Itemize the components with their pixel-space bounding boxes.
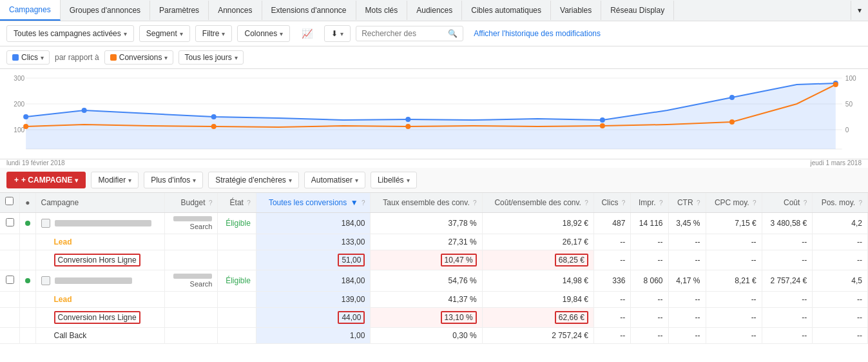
clics-pill[interactable]: Clics ▾ — [6, 50, 50, 65]
row-checkbox[interactable] — [6, 276, 14, 284]
campaign-name-cell[interactable] — [35, 212, 165, 234]
download-icon: ⬇ — [331, 29, 338, 38]
cb-cpc: -- — [751, 331, 757, 340]
conversions-pill[interactable]: Conversions ▾ — [104, 50, 174, 65]
header-etat[interactable]: État ? — [218, 193, 256, 212]
header-checkbox[interactable] — [0, 193, 19, 212]
select-all-checkbox[interactable] — [5, 197, 14, 205]
modifier-btn[interactable]: Modifier ▾ — [91, 172, 139, 188]
strategie-btn[interactable]: Stratégie d'enchères ▾ — [208, 172, 299, 188]
sub-conversions-cell: 44,00 — [256, 307, 371, 327]
clics-value: 487 — [612, 219, 625, 228]
header-cpc[interactable]: CPC moy. ? — [706, 193, 762, 212]
sub-cout-hl-r2: -- — [802, 313, 807, 322]
svg-point-20 — [405, 124, 410, 129]
libelles-btn[interactable]: Libellés ▾ — [371, 172, 417, 188]
more-btn[interactable]: ▾ — [851, 1, 868, 20]
row-checkbox-cell[interactable] — [0, 212, 19, 234]
campaigns-filter-label: Toutes les campagnes activées — [14, 29, 121, 38]
header-cout-conv[interactable]: Coût/ensemble des conv. ? — [482, 193, 593, 212]
budget-cell: Search — [165, 212, 218, 234]
plus-infos-btn[interactable]: Plus d'infos ▾ — [144, 172, 203, 188]
header-campaign[interactable]: Campagne — [35, 193, 165, 212]
taux-value: 37,78 % — [448, 219, 477, 228]
subrow-label-cell: Conversion Hors Ligne — [35, 250, 165, 270]
header-impr[interactable]: Impr. ? — [631, 193, 668, 212]
toolbar: Toutes les campagnes activées ▾ Segment … — [0, 21, 868, 46]
data-table: ● Campagne Budget ? État ? Toutes les co… — [0, 193, 868, 344]
campaigns-filter-btn[interactable]: Toutes les campagnes activées ▾ — [6, 25, 134, 42]
header-pos[interactable]: Pos. moy. ? — [813, 193, 868, 212]
conversions-value: 184,00 — [342, 219, 365, 228]
impr-cell: 14 116 — [631, 212, 668, 234]
add-campaign-label: + CAMPAGNE — [21, 176, 72, 185]
tab-groupes[interactable]: Groupes d'annonces — [61, 1, 150, 20]
taux-cell: 37,78 % — [371, 212, 482, 234]
tab-annonces[interactable]: Annonces — [209, 1, 262, 20]
search-box[interactable]: 🔍 — [356, 26, 463, 41]
tab-audiences[interactable]: Audiences — [407, 1, 462, 20]
header-budget[interactable]: Budget ? — [165, 193, 218, 212]
tab-cibles[interactable]: Cibles automatiques — [462, 1, 551, 20]
filter-btn[interactable]: Filtre ▾ — [195, 25, 233, 42]
blurred-campaign-name — [55, 277, 132, 284]
budget-type-label: Search — [190, 223, 213, 230]
subrow-label: Lead — [41, 295, 72, 304]
sub-conversions-value: 133,00 — [342, 237, 365, 246]
tab-variables[interactable]: Variables — [551, 1, 601, 20]
table-row: Conversion Hors Ligne 51,00 10,47 % 68,2… — [0, 250, 868, 270]
clics-label: Clics — [21, 53, 38, 62]
taux-header-label: Taux ensemble des conv. — [383, 198, 470, 207]
svg-point-19 — [211, 124, 217, 129]
header-cout[interactable]: Coût ? — [762, 193, 813, 212]
period-pill[interactable]: Tous les jours ▾ — [178, 50, 243, 65]
chart-toggle-btn[interactable]: 📈 — [295, 25, 319, 42]
clics-cell: 487 — [593, 212, 630, 234]
cout-conv-header-label: Coût/ensemble des conv. — [494, 198, 581, 207]
chevron-down-icon: ▾ — [180, 30, 183, 37]
tab-mots-cles[interactable]: Mots clés — [356, 1, 408, 20]
conversions-dot — [110, 54, 117, 61]
red-box-label-r2: Conversion Hors Ligne — [54, 311, 140, 324]
add-campaign-btn[interactable]: + + CAMPAGNE ▾ — [6, 172, 86, 188]
cb-impr: -- — [658, 331, 663, 340]
clics-dot — [12, 54, 19, 61]
sub-clics-hl-r2: -- — [620, 313, 625, 322]
tab-extensions[interactable]: Extensions d'annonce — [262, 1, 356, 20]
header-taux[interactable]: Taux ensemble des conv. ? — [371, 193, 482, 212]
status-cell — [19, 270, 35, 291]
sub-cout: -- — [802, 237, 807, 246]
tab-parametres[interactable]: Paramètres — [150, 1, 209, 20]
search-input[interactable] — [362, 29, 445, 38]
cout-conv-cell: 18,92 € — [482, 212, 593, 234]
header-ctr[interactable]: CTR ? — [668, 193, 706, 212]
tab-display[interactable]: Réseau Display — [601, 1, 674, 20]
subrow-label-cell: Lead — [35, 291, 165, 307]
columns-btn[interactable]: Colonnes ▾ — [237, 25, 290, 42]
svg-point-18 — [23, 124, 28, 129]
tab-campagnes[interactable]: Campagnes — [0, 0, 61, 21]
chevron-down-icon: ▾ — [280, 30, 283, 37]
impr-r2: 8 060 — [644, 276, 663, 285]
automatiser-btn[interactable]: Automatiser ▾ — [304, 172, 365, 188]
table-row: Lead 139,00 41,37 % 19,84 € -- -- -- -- … — [0, 291, 868, 307]
campaign-name-cell[interactable] — [35, 270, 165, 291]
cb-taux: 0,30 % — [452, 331, 476, 340]
action-bar: + + CAMPAGNE ▾ Modifier ▾ Plus d'infos ▾… — [0, 168, 868, 193]
table-wrapper: ● Campagne Budget ? État ? Toutes les co… — [0, 193, 868, 344]
sub-cpc-hl: -- — [751, 256, 757, 265]
download-btn[interactable]: ⬇ ▾ — [324, 25, 351, 42]
sub-taux-r2: 41,37 % — [448, 295, 477, 304]
cout-conv-r2: 14,98 € — [563, 276, 588, 285]
header-conversions[interactable]: Toutes les conversions ▼ ? — [256, 193, 371, 212]
history-link[interactable]: Afficher l'historique des modifications — [474, 29, 601, 38]
modifier-label: Modifier — [98, 176, 126, 185]
sub-taux-hl: 10,47 % — [441, 254, 477, 266]
segment-btn[interactable]: Segment ▾ — [139, 25, 190, 42]
header-clics[interactable]: Clics ? — [593, 193, 630, 212]
conversion-hl-label-r2: Conversion Hors Ligne — [41, 313, 140, 322]
table-row: Call Back 1,00 0,30 % 2 757,24 € -- -- -… — [0, 327, 868, 343]
row-checkbox[interactable] — [6, 218, 14, 226]
row-checkbox-cell[interactable] — [0, 270, 19, 291]
chevron-down-icon: ▾ — [193, 177, 196, 184]
